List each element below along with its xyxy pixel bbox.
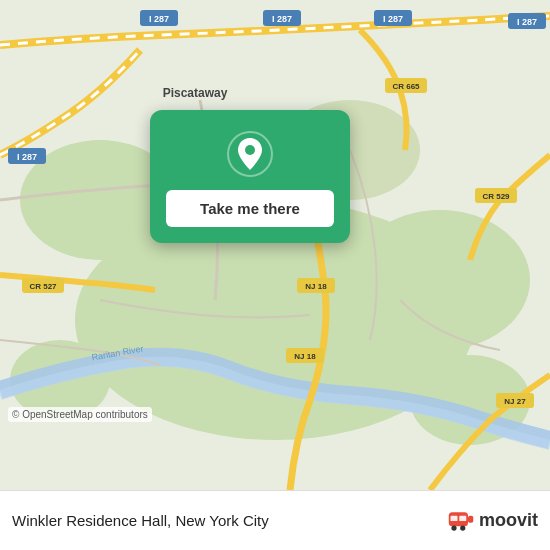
svg-text:I 287: I 287 bbox=[272, 14, 292, 24]
moovit-bus-icon bbox=[447, 507, 475, 535]
svg-text:NJ 18: NJ 18 bbox=[305, 282, 327, 291]
svg-point-36 bbox=[451, 525, 456, 530]
svg-rect-38 bbox=[450, 515, 457, 520]
svg-rect-35 bbox=[468, 515, 473, 522]
osm-attribution: © OpenStreetMap contributors bbox=[8, 407, 152, 422]
bottom-bar: Winkler Residence Hall, New York City mo… bbox=[0, 490, 550, 550]
moovit-logo: moovit bbox=[447, 507, 538, 535]
svg-text:I 287: I 287 bbox=[149, 14, 169, 24]
svg-rect-39 bbox=[459, 515, 466, 520]
svg-point-37 bbox=[460, 525, 465, 530]
svg-text:Piscataway: Piscataway bbox=[163, 86, 228, 100]
svg-text:CR 665: CR 665 bbox=[392, 82, 420, 91]
map-container: I 287 I 287 I 287 I 287 I 287 CR 665 CR … bbox=[0, 0, 550, 490]
svg-text:NJ 18: NJ 18 bbox=[294, 352, 316, 361]
svg-point-33 bbox=[245, 145, 255, 155]
svg-text:CR 527: CR 527 bbox=[29, 282, 57, 291]
svg-text:I 287: I 287 bbox=[383, 14, 403, 24]
location-pin-icon bbox=[226, 130, 274, 178]
svg-text:NJ 27: NJ 27 bbox=[504, 397, 526, 406]
location-name: Winkler Residence Hall, New York City bbox=[12, 512, 269, 529]
moovit-text: moovit bbox=[479, 510, 538, 531]
take-me-there-button[interactable]: Take me there bbox=[166, 190, 334, 227]
svg-text:I 287: I 287 bbox=[17, 152, 37, 162]
popup-card: Take me there bbox=[150, 110, 350, 243]
svg-text:I 287: I 287 bbox=[517, 17, 537, 27]
svg-point-5 bbox=[110, 240, 230, 320]
svg-text:CR 529: CR 529 bbox=[482, 192, 510, 201]
